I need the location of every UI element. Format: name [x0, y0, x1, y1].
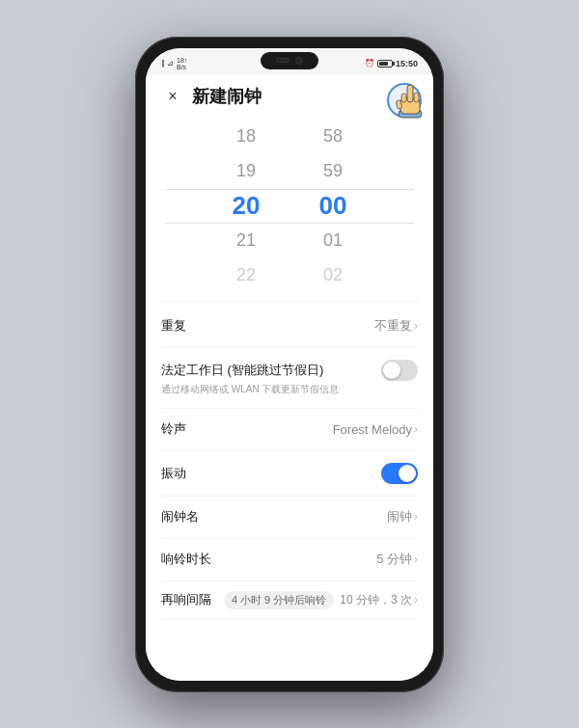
minute-59: 59	[299, 154, 367, 189]
picker-highlight	[165, 189, 414, 224]
status-right: ⏰ 15:50	[365, 59, 418, 68]
snooze-value: 4 小时 9 分钟后响铃 10 分钟，3 次 ›	[224, 591, 418, 609]
snooze-chevron: ›	[414, 593, 418, 607]
camera-notch	[261, 52, 318, 69]
phone-frame: ∥ ⊿ 18↑B/s ⏰ 15:50 × 新建闹钟	[135, 37, 444, 692]
snooze-setting: 10 分钟，3 次	[340, 592, 412, 608]
vibrate-row: 振动	[161, 451, 418, 497]
duration-row[interactable]: 响铃时长 5 分钟 ›	[161, 539, 418, 581]
confirm-button[interactable]: ✓	[387, 83, 422, 118]
close-button[interactable]: ×	[161, 88, 184, 105]
snooze-badge: 4 小时 9 分钟后响铃	[224, 591, 334, 609]
hour-picker[interactable]: 18 19 20 21 22	[212, 120, 280, 293]
alarm-name-chevron: ›	[414, 510, 418, 524]
minute-00-selected: 00	[299, 189, 367, 224]
ringtone-chevron: ›	[414, 422, 418, 436]
duration-chevron: ›	[414, 553, 418, 566]
repeat-value: 不重复 ›	[374, 317, 418, 335]
battery-fill	[379, 62, 388, 66]
workday-top: 法定工作日 (智能跳过节假日)	[161, 360, 418, 381]
repeat-label: 重复	[161, 317, 186, 335]
divider-top	[161, 301, 418, 302]
settings-list: 重复 不重复 › 法定工作日 (智能跳过节假日) 通过移动网络或 WLAN 下载…	[146, 306, 433, 681]
alarm-name-label: 闹钟名	[161, 508, 199, 526]
minute-picker[interactable]: 58 59 00 01 02	[299, 120, 367, 293]
workday-row: 法定工作日 (智能跳过节假日) 通过移动网络或 WLAN 下载更新节假信息	[161, 348, 418, 409]
data-speed: 18↑B/s	[177, 57, 187, 70]
ringtone-value: Forest Melody ›	[333, 422, 418, 437]
battery-icon	[377, 60, 393, 67]
minute-01: 01	[299, 224, 367, 258]
duration-label: 响铃时长	[161, 551, 211, 568]
signal-icon: ∥	[161, 59, 165, 67]
minute-58: 58	[299, 120, 367, 154]
workday-toggle[interactable]	[381, 360, 418, 381]
phone-screen: ∥ ⊿ 18↑B/s ⏰ 15:50 × 新建闹钟	[146, 48, 433, 681]
status-time: 15:50	[396, 59, 418, 68]
workday-label: 法定工作日 (智能跳过节假日)	[161, 362, 323, 379]
hour-20-selected: 20	[212, 189, 280, 224]
repeat-chevron: ›	[414, 319, 418, 333]
time-picker[interactable]: 18 19 20 21 22 58 59 00 01 02	[146, 116, 433, 297]
page-title: 新建闹钟	[192, 85, 262, 108]
workday-sub: 通过移动网络或 WLAN 下载更新节假信息	[161, 383, 339, 396]
status-bar: ∥ ⊿ 18↑B/s ⏰ 15:50	[146, 48, 433, 75]
camera	[295, 57, 303, 65]
alarm-name-value: 闹钟 ›	[387, 508, 418, 526]
hour-19: 19	[212, 154, 280, 189]
status-left: ∥ ⊿ 18↑B/s	[161, 57, 187, 70]
snooze-label: 再响间隔	[161, 591, 211, 608]
hour-22: 22	[212, 258, 280, 293]
repeat-row[interactable]: 重复 不重复 ›	[161, 306, 418, 348]
snooze-row[interactable]: 再响间隔 4 小时 9 分钟后响铃 10 分钟，3 次 ›	[161, 581, 418, 620]
hour-18: 18	[212, 120, 280, 154]
ringtone-label: 铃声	[161, 420, 186, 438]
minute-02: 02	[299, 258, 367, 293]
ringtone-row[interactable]: 铃声 Forest Melody ›	[161, 409, 418, 451]
alarm-name-row[interactable]: 闹钟名 闹钟 ›	[161, 497, 418, 539]
speaker	[276, 58, 290, 63]
alarm-status-icon: ⏰	[365, 59, 374, 67]
vibrate-label: 振动	[161, 465, 186, 482]
wifi-icon: ⊿	[167, 59, 174, 67]
vibrate-toggle[interactable]	[381, 463, 418, 484]
duration-value: 5 分钟 ›	[376, 551, 418, 568]
confirm-icon: ✓	[399, 93, 410, 108]
hour-21: 21	[212, 224, 280, 258]
header: × 新建闹钟 ✓	[146, 75, 433, 116]
app-content: × 新建闹钟 ✓	[146, 75, 433, 681]
